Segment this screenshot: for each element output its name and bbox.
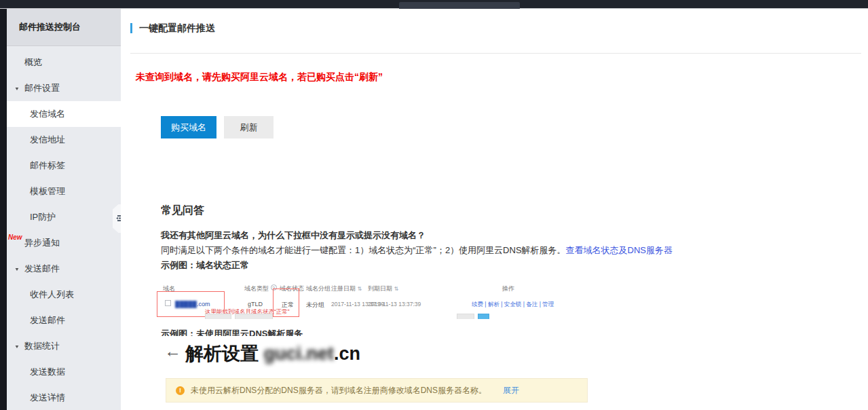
sidebar-item-label: 发信地址	[30, 134, 65, 146]
sidebar-item-recipient-list[interactable]: 收件人列表	[7, 282, 121, 308]
example-dns-settings-screenshot: ← 解析设置 guci.net.cn ! 未使用云解析DNS分配的DNS服务器，…	[161, 336, 602, 410]
chevron-down-icon: ▼	[14, 86, 20, 91]
sidebar-item-label: 发送数据	[30, 366, 65, 378]
sidebar-item-ip-protection[interactable]: IP防护	[7, 204, 121, 230]
table-row-actions[interactable]: 续费 | 解析 | 安全锁 | 备注 | 管理	[472, 301, 554, 309]
top-search-box[interactable]	[399, 2, 520, 9]
sidebar: 邮件推送控制台 概览 ▼ 邮件设置 发信域名 发信地址 邮件标签 模板管理 IP	[7, 9, 121, 410]
sidebar-group-label: 发送邮件	[24, 263, 60, 275]
main-content: 一键配置邮件推送 未查询到域名，请先购买阿里云域名，若已购买点击“刷新” 购买域…	[121, 9, 868, 410]
col-header-register-date: 注册日期 ⇅	[331, 284, 362, 293]
sort-icon[interactable]: ⇅	[394, 286, 399, 292]
sidebar-item-label: 概览	[24, 56, 42, 69]
dns-warning-alert: ! 未使用云解析DNS分配的DNS服务器，请到域名注册商修改域名DNS服务器名称…	[166, 378, 588, 403]
col-header-type: 域名类型 ?	[244, 284, 277, 293]
sidebar-item-sending-domain[interactable]: 发信域名	[7, 101, 121, 127]
sidebar-item-label: 发信域名	[30, 108, 65, 120]
sidebar-item-overview[interactable]: 概览	[7, 50, 121, 75]
sidebar-item-send-details[interactable]: 发送详情	[7, 385, 121, 410]
sidebar-item-label: 发送邮件	[30, 314, 65, 327]
sidebar-item-label: 发送详情	[30, 392, 65, 404]
new-badge: New	[8, 234, 22, 241]
sidebar-item-mail-tag[interactable]: 邮件标签	[7, 153, 121, 179]
sidebar-group-mail-settings[interactable]: ▼ 邮件设置	[7, 75, 121, 101]
no-domain-warning: 未查询到域名，请先购买阿里云域名，若已购买点击“刷新”	[136, 71, 383, 83]
alert-icon: !	[176, 386, 185, 395]
app-window: 邮件推送控制台 概览 ▼ 邮件设置 发信域名 发信地址 邮件标签 模板管理 IP	[0, 0, 868, 410]
dns-status-link[interactable]: 查看域名状态及DNS服务器	[566, 245, 673, 255]
col-header-label: 域名类型	[244, 285, 269, 292]
sidebar-group-label: 数据统计	[24, 340, 60, 352]
page-title: 一键配置邮件推送	[130, 23, 215, 33]
back-arrow-icon: ←	[164, 341, 181, 361]
sidebar-item-send-mail[interactable]: 发送邮件	[7, 308, 121, 333]
col-header-actions: 操作	[502, 284, 514, 293]
red-callout-rect-status	[273, 288, 299, 317]
sidebar-item-label: 异步通知	[24, 237, 60, 249]
sidebar-item-sending-address[interactable]: 发信地址	[7, 127, 121, 153]
dns-heading-text: 解析设置	[185, 343, 259, 364]
faq-answer-text: 同时满足以下两个条件的域名才能进行一键配置：1）域名状态为“正常”；2）使用阿里…	[161, 245, 566, 255]
sidebar-menu: 概览 ▼ 邮件设置 发信域名 发信地址 邮件标签 模板管理 IP防护 New	[7, 46, 121, 410]
sidebar-group-data-statistics[interactable]: ▼ 数据统计	[7, 333, 121, 359]
table-row-expire-date: 2019-11-13 13:37:39	[368, 301, 421, 308]
domain-suffix: .cn	[334, 343, 360, 364]
product-nav-strip	[0, 9, 7, 410]
top-nav-bar	[0, 0, 868, 9]
chevron-down-icon: ▼	[14, 343, 20, 349]
sidebar-item-label: 模板管理	[30, 185, 65, 198]
sidebar-group-send-mail[interactable]: ▼ 发送邮件	[7, 256, 121, 282]
refresh-button[interactable]: 刷新	[224, 116, 273, 138]
expand-link[interactable]: 展开	[503, 385, 519, 396]
divider	[130, 53, 861, 54]
sidebar-item-label: 邮件标签	[30, 160, 65, 172]
cropped-pagination-remnant	[478, 314, 489, 319]
col-header-group: 域名分组	[306, 284, 331, 293]
cropped-button-remnant	[205, 314, 231, 319]
chevron-down-icon: ▼	[14, 266, 20, 272]
dns-settings-heading: 解析设置 guci.net.cn	[185, 341, 360, 366]
table-row-group: 未分组	[306, 301, 324, 310]
sidebar-item-async-notification[interactable]: New 异步通知	[7, 230, 121, 256]
sidebar-title: 邮件推送控制台	[7, 9, 121, 46]
sidebar-item-template-management[interactable]: 模板管理	[7, 179, 121, 204]
example1-label: 示例图：域名状态正常	[161, 259, 249, 272]
table-row-type: gTLD	[248, 301, 263, 308]
col-header-expire-date: 到期日期 ⇅	[368, 284, 398, 293]
sidebar-item-send-data[interactable]: 发送数据	[7, 359, 121, 385]
example-domain-table-screenshot: 域名 域名类型 ? 域名状态 域名分组 注册日期 ⇅ 到期日期 ⇅ 操作 ███…	[161, 275, 543, 321]
buy-domain-button[interactable]: 购买域名	[161, 116, 216, 138]
sidebar-group-label: 邮件设置	[24, 82, 60, 94]
cropped-button-remnant	[457, 314, 474, 319]
sidebar-item-label: 收件人列表	[30, 288, 74, 301]
col-header-label: 到期日期	[368, 285, 392, 292]
faq-heading: 常见问答	[161, 204, 204, 218]
cropped-button-remnant	[235, 314, 273, 319]
col-header-label: 注册日期	[331, 285, 356, 292]
sidebar-item-label: IP防护	[30, 211, 56, 223]
blurred-domain-text: guci.net	[264, 343, 335, 364]
faq-answer: 同时满足以下两个条件的域名才能进行一键配置：1）域名状态为“正常”；2）使用阿里…	[161, 244, 673, 257]
faq-question: 我还有其他阿里云域名，为什么下拉框中没有显示或提示没有域名？	[161, 229, 426, 242]
sort-icon[interactable]: ⇅	[358, 286, 362, 292]
alert-text: 未使用云解析DNS分配的DNS服务器，请到域名注册商修改域名DNS服务器名称。	[191, 385, 487, 396]
